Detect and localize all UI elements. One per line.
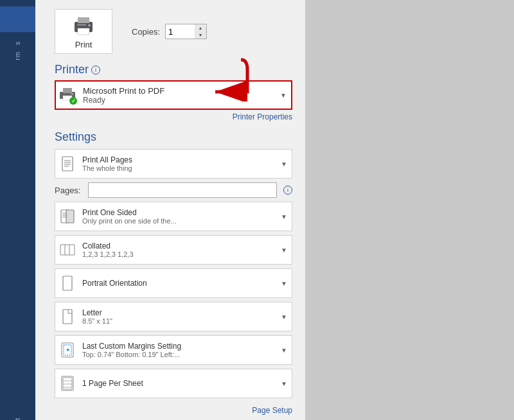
svg-rect-7 <box>63 88 72 93</box>
svg-rect-22 <box>69 245 75 255</box>
paper-size-icon <box>55 309 80 324</box>
page-setup-link[interactable]: Page Setup <box>35 402 305 417</box>
setting-row-print-pages[interactable]: Print All Pages The whole thing ▼ <box>55 149 292 179</box>
copies-input[interactable]: 1 <box>166 24 195 39</box>
print-sides-text: Print One Sided Only print on one side o… <box>80 206 276 227</box>
print-icon <box>72 14 95 37</box>
setting-row-print-sides[interactable]: Print One Sided Only print on one side o… <box>55 202 292 231</box>
paper-size-sub: 8.5" x 11" <box>82 317 274 325</box>
collated-main: Collated <box>82 241 274 250</box>
copies-increment[interactable]: ▲ <box>195 24 206 31</box>
pages-input[interactable] <box>88 182 277 198</box>
paper-size-text: Letter 8.5" x 11" <box>80 306 276 327</box>
sidebar-label-rm: rm <box>14 51 21 60</box>
svg-rect-2 <box>78 17 89 23</box>
margins-text: Last Custom Margins Setting Top: 0.74" B… <box>80 340 276 360</box>
svg-rect-5 <box>77 24 86 26</box>
svg-rect-23 <box>63 276 72 290</box>
setting-row-margins[interactable]: ✦ Last Custom Margins Setting Top: 0.74"… <box>55 335 292 365</box>
sidebar-label-s: s <box>14 41 21 45</box>
print-pages-arrow: ▼ <box>276 161 292 168</box>
setting-row-paper-size[interactable]: Letter 8.5" x 11" ▼ <box>55 302 292 331</box>
main-panel: Print Copies: 1 ▲ ▼ Printer i <box>35 0 305 420</box>
paper-size-arrow: ▼ <box>276 313 292 320</box>
margins-sub: Top: 0.74" Bottom: 0.19" Left:... <box>82 351 274 358</box>
printer-info-icon[interactable]: i <box>91 66 100 74</box>
print-pages-text: Print All Pages The whole thing <box>80 153 276 174</box>
print-sides-sub: Only print on one side of the... <box>82 217 274 225</box>
collated-text: Collated 1,2,3 1,2,3 1,2,3 <box>80 240 276 260</box>
collated-sub: 1,2,3 1,2,3 1,2,3 <box>82 250 274 258</box>
sidebar: s rm t <box>0 0 35 420</box>
pages-per-sheet-icon <box>55 376 80 391</box>
print-pages-sub: The whole thing <box>82 164 274 172</box>
copies-decrement[interactable]: ▼ <box>195 31 206 39</box>
margins-main: Last Custom Margins Setting <box>82 342 274 351</box>
printer-header-row: Printer i <box>35 60 305 78</box>
printer-section-header: Printer <box>55 63 89 76</box>
print-pages-main: Print All Pages <box>82 155 274 164</box>
svg-rect-9 <box>71 93 73 95</box>
print-label: Print <box>75 40 93 49</box>
svg-rect-10 <box>62 157 73 171</box>
print-button[interactable]: Print <box>55 9 112 54</box>
paper-size-main: Letter <box>82 308 274 317</box>
pages-per-sheet-text: 1 Page Per Sheet <box>80 377 276 390</box>
setting-row-collated[interactable]: Collated 1,2,3 1,2,3 1,2,3 ▼ <box>55 235 292 265</box>
pages-per-sheet-main: 1 Page Per Sheet <box>82 379 274 388</box>
setting-row-orientation[interactable]: Portrait Orientation ▼ <box>55 268 292 298</box>
copies-spinners: ▲ ▼ <box>195 24 206 39</box>
svg-text:✦: ✦ <box>66 347 71 353</box>
pages-row: Pages: i <box>55 182 292 198</box>
sidebar-label-t: t <box>14 405 21 420</box>
printer-dropdown-arrow: ▼ <box>276 92 291 99</box>
printer-status-icon: ✓ <box>59 87 76 103</box>
sidebar-item-1[interactable] <box>0 6 35 32</box>
orientation-main: Portrait Orientation <box>82 279 274 288</box>
margins-icon: ✦ <box>55 342 80 358</box>
printer-dropdown[interactable]: ✓ Microsoft Print to PDF Ready ▼ <box>55 80 292 110</box>
margins-arrow: ▼ <box>276 347 292 354</box>
orientation-arrow: ▼ <box>276 280 292 287</box>
print-pages-icon <box>55 156 80 171</box>
collated-arrow: ▼ <box>276 247 292 254</box>
pages-info-icon[interactable]: i <box>283 186 292 195</box>
pages-label: Pages: <box>55 186 84 195</box>
copies-label: Copies: <box>132 27 160 37</box>
svg-rect-24 <box>63 310 72 324</box>
printer-status: Ready <box>83 96 272 105</box>
svg-rect-4 <box>88 24 91 26</box>
printer-name: Microsoft Print to PDF <box>83 86 272 96</box>
settings-section-header: Settings <box>35 127 305 149</box>
copies-area: Copies: 1 ▲ ▼ <box>132 24 207 39</box>
collated-icon <box>55 242 80 258</box>
print-sides-icon <box>55 209 80 224</box>
printer-text: Microsoft Print to PDF Ready <box>79 83 276 107</box>
orientation-text: Portrait Orientation <box>80 277 276 290</box>
print-sides-arrow: ▼ <box>276 213 292 220</box>
print-sides-main: Print One Sided <box>82 208 274 217</box>
right-area <box>305 0 514 420</box>
setting-row-pages-per-sheet[interactable]: 1 Page Per Sheet ▼ <box>55 369 292 398</box>
printer-icon-area: ✓ <box>56 87 79 103</box>
ready-indicator: ✓ <box>69 97 77 105</box>
pages-per-sheet-arrow: ▼ <box>276 380 292 387</box>
orientation-icon <box>55 276 80 291</box>
svg-rect-3 <box>78 28 89 35</box>
svg-rect-16 <box>66 210 74 223</box>
print-area: Print Copies: 1 ▲ ▼ <box>35 0 305 60</box>
printer-properties-link[interactable]: Printer Properties <box>35 111 305 127</box>
